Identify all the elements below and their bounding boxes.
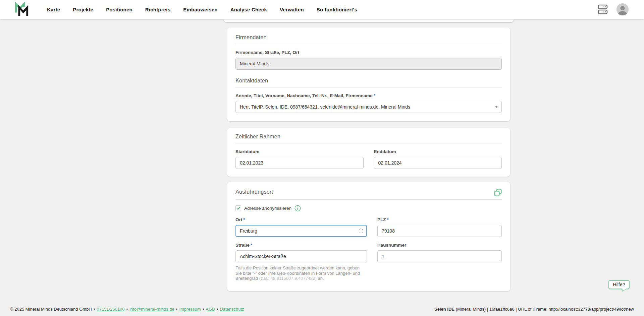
help-button[interactable]: Hilfe? (608, 280, 630, 289)
card-firmendaten: Firmendaten Firmenname, Straße, PLZ, Ort… (227, 27, 510, 121)
plz-label-text: PLZ (377, 217, 386, 222)
hint-example: (z.B.: 48.8115607,9.4077422) (259, 276, 317, 281)
separator: • (126, 307, 128, 312)
datenschutz-link[interactable]: Datenschutz (220, 307, 244, 312)
ort-label-text: Ort (235, 217, 242, 222)
kontaktdaten-title: Kontaktdaten (235, 77, 502, 84)
phone-link[interactable]: 07151/250100 (97, 307, 124, 312)
form-column: Firmendaten Firmenname, Straße, PLZ, Ort… (227, 19, 510, 298)
user-avatar-icon[interactable] (616, 3, 629, 15)
nav-item-positionen[interactable]: Positionen (106, 7, 132, 12)
contact-field-label: Anrede, Titel, Vorname, Nachname, Tel.-N… (235, 93, 502, 99)
hausnummer-group: Hausnummer (377, 237, 502, 281)
previous-card-partial (223, 19, 514, 22)
company-input (235, 58, 502, 70)
required-mark: * (374, 93, 375, 98)
nav-item-so-funktionierts[interactable]: So funktioniert's (317, 7, 357, 12)
nav-item-projekte[interactable]: Projekte (73, 7, 93, 12)
contact-select-value: Herr, TitelP, Selen, IDE, 0987/654321, s… (240, 104, 410, 110)
server-icon[interactable] (598, 4, 608, 15)
separator: • (94, 307, 95, 312)
company-field-label: Firmenname, Straße, PLZ, Ort (235, 50, 502, 55)
startdatum-label: Startdatum (235, 149, 364, 154)
divider (235, 87, 502, 87)
copyright-text: © 2025 Mineral Minds Deutschland GmbH (10, 307, 92, 312)
enddatum-input[interactable] (374, 157, 502, 169)
impressum-link[interactable]: Impressum (179, 307, 201, 312)
enddatum-group: Enddatum (374, 143, 502, 169)
plz-input[interactable] (377, 225, 502, 237)
zeitraum-title: Zeitlicher Rahmen (235, 133, 502, 140)
navbar-right (598, 3, 629, 15)
anonymize-row: Adresse anonymisieren (235, 205, 502, 211)
footer-left: © 2025 Mineral Minds Deutschland GmbH•07… (10, 307, 244, 312)
nav-item-richtpreis[interactable]: Richtpreis (145, 7, 170, 12)
divider (235, 44, 502, 44)
chevron-down-icon (495, 106, 498, 108)
firmendaten-title: Firmendaten (235, 34, 502, 41)
ort-input[interactable] (235, 225, 367, 237)
logo-icon (14, 2, 30, 17)
required-mark: * (251, 243, 252, 248)
strasse-label: Straße* (235, 243, 367, 248)
card-ausfuehrungsort: Ausführungsort Adresse anonymisieren (227, 182, 510, 291)
divider (235, 199, 502, 200)
ort-group: Ort* (235, 211, 367, 237)
page-footer: © 2025 Mineral Minds Deutschland GmbH•07… (0, 307, 644, 316)
strasse-group: Straße* Falls die Position keiner Straße… (235, 237, 367, 281)
nav-item-verwalten[interactable]: Verwalten (280, 7, 304, 12)
separator: • (176, 307, 178, 312)
ort-label: Ort* (235, 217, 367, 223)
mineral-minds-logo[interactable] (14, 2, 30, 17)
contact-label-text: Anrede, Titel, Vorname, Nachname, Tel.-N… (235, 93, 373, 98)
required-mark: * (387, 217, 389, 222)
ausfuehrungsort-title: Ausführungsort (235, 188, 273, 195)
hausnummer-input[interactable] (377, 250, 502, 262)
ide-name: Selen IDE (434, 307, 454, 312)
hint-suffix: an. (317, 276, 324, 281)
email-link[interactable]: info@mineral-minds.de (129, 307, 174, 312)
plz-label: PLZ* (377, 217, 502, 223)
required-mark: * (243, 217, 245, 222)
strasse-input[interactable] (235, 250, 367, 262)
avatar-head (621, 6, 625, 10)
strasse-hint: Falls die Position keiner Straße zugeord… (235, 265, 367, 281)
loading-spinner-icon (358, 228, 364, 234)
debug-text: (Mineral Minds) | 16fae1ffc6a6 | URL of … (454, 307, 634, 312)
checkmark-icon (236, 206, 240, 210)
strasse-label-text: Straße (235, 243, 250, 248)
nav-item-einbauweisen[interactable]: Einbauweisen (183, 7, 217, 12)
hausnummer-label: Hausnummer (377, 243, 502, 248)
footer-debug-info: Selen IDE (Mineral Minds) | 16fae1ffc6a6… (434, 307, 634, 312)
agb-link[interactable]: AGB (206, 307, 215, 312)
separator: • (217, 307, 218, 312)
enddatum-label: Enddatum (374, 149, 502, 154)
anonymize-label[interactable]: Adresse anonymisieren (244, 206, 291, 211)
copy-icon[interactable] (494, 189, 502, 196)
avatar-shoulders (618, 11, 627, 15)
startdatum-input[interactable] (235, 157, 364, 169)
main-menu: Karte Projekte Positionen Richtpreis Ein… (47, 7, 357, 12)
plz-group: PLZ* (377, 211, 502, 237)
separator: • (203, 307, 204, 312)
anonymize-checkbox[interactable] (235, 205, 241, 211)
top-navbar: Karte Projekte Positionen Richtpreis Ein… (0, 0, 644, 19)
contact-select[interactable]: Herr, TitelP, Selen, IDE, 0987/654321, s… (235, 101, 502, 113)
startdatum-group: Startdatum (235, 143, 364, 169)
card-zeitlicher-rahmen: Zeitlicher Rahmen Startdatum Enddatum (227, 128, 510, 177)
nav-item-analyse-check[interactable]: Analyse Check (230, 7, 267, 12)
info-icon[interactable] (294, 205, 301, 211)
nav-item-karte[interactable]: Karte (47, 7, 60, 12)
